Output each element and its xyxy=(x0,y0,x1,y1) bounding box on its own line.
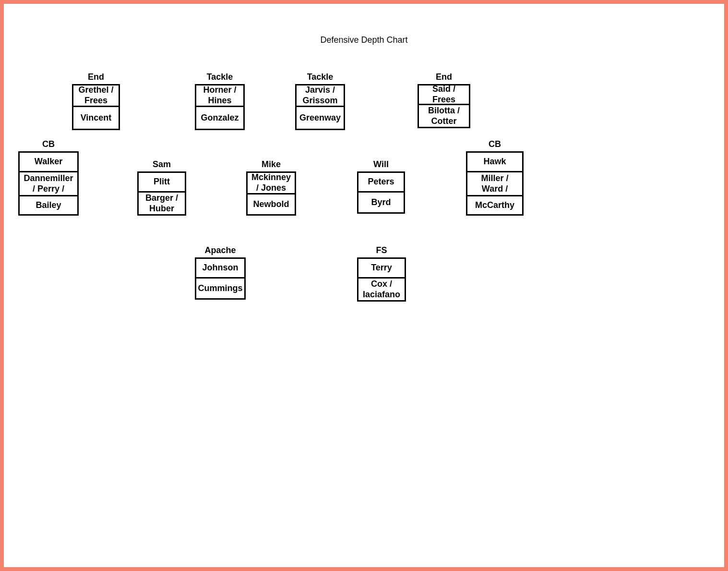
position-label: End xyxy=(72,72,120,82)
player-cell: Gonzalez xyxy=(195,107,245,130)
position-tackle-left: Tackle Horner / Hines Gonzalez xyxy=(195,72,245,130)
position-label: Tackle xyxy=(195,72,245,82)
position-cb-right: CB Hawk Miller / Ward / McCarthy xyxy=(466,139,524,216)
position-label: Will xyxy=(357,159,405,170)
position-label: Apache xyxy=(195,245,246,255)
player-cell: Said / Frees xyxy=(418,84,470,105)
chart-canvas: Defensive Depth Chart End Grethel / Free… xyxy=(0,0,728,571)
position-label: CB xyxy=(466,139,524,149)
player-cell: Bailey xyxy=(18,196,79,216)
position-label: CB xyxy=(18,139,79,149)
player-cell: Dannemiller / Perry / xyxy=(18,172,79,196)
position-label: Mike xyxy=(246,159,296,170)
position-fs: FS Terry Cox / Iaciafano xyxy=(357,245,406,302)
player-cell: Johnson xyxy=(195,257,246,279)
player-cell: McCarthy xyxy=(466,196,524,216)
player-cell: Hawk xyxy=(466,151,524,172)
player-cell: Peters xyxy=(357,171,405,193)
position-sam: Sam Plitt Barger / Huber xyxy=(137,159,186,216)
player-cell: Miller / Ward / xyxy=(466,172,524,196)
player-cell: Mckinney / Jones xyxy=(246,171,296,194)
position-label: Tackle xyxy=(295,72,345,82)
position-end-left: End Grethel / Frees Vincent xyxy=(72,72,120,130)
player-cell: Walker xyxy=(18,151,79,172)
player-cell: Cox / Iaciafano xyxy=(357,279,406,302)
player-cell: Plitt xyxy=(137,171,186,193)
position-end-right: End Said / Frees Bilotta / Cotter xyxy=(418,72,470,128)
player-cell: Bilotta / Cotter xyxy=(418,105,470,128)
position-tackle-right: Tackle Jarvis / Grissom Greenway xyxy=(295,72,345,130)
position-mike: Mike Mckinney / Jones Newbold xyxy=(246,159,296,216)
player-cell: Barger / Huber xyxy=(137,193,186,216)
player-cell: Byrd xyxy=(357,193,405,214)
position-cb-left: CB Walker Dannemiller / Perry / Bailey xyxy=(18,139,79,216)
position-will: Will Peters Byrd xyxy=(357,159,405,214)
player-cell: Newbold xyxy=(246,194,296,216)
position-label: End xyxy=(418,72,470,82)
player-cell: Terry xyxy=(357,257,406,279)
position-apache: Apache Johnson Cummings xyxy=(195,245,246,300)
position-label: FS xyxy=(357,245,406,255)
chart-title: Defensive Depth Chart xyxy=(4,35,724,45)
player-cell: Horner / Hines xyxy=(195,84,245,107)
player-cell: Cummings xyxy=(195,279,246,300)
player-cell: Grethel / Frees xyxy=(72,84,120,107)
position-label: Sam xyxy=(137,159,186,170)
player-cell: Jarvis / Grissom xyxy=(295,84,345,107)
player-cell: Vincent xyxy=(72,107,120,130)
player-cell: Greenway xyxy=(295,107,345,130)
